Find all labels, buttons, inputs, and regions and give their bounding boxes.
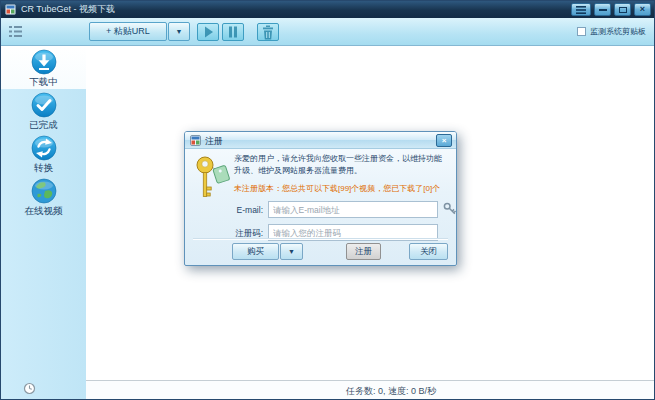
paste-url-button[interactable]: + 粘贴URL bbox=[89, 22, 167, 41]
app-window: CR TubeGet - 视频下载 × + 粘贴URL bbox=[0, 0, 655, 400]
register-button-label: 注册 bbox=[355, 246, 372, 258]
dialog-app-icon bbox=[190, 135, 201, 146]
pause-icon bbox=[223, 25, 243, 39]
sidebar-item-online-video[interactable]: 在线视频 bbox=[1, 176, 86, 218]
menu-icon bbox=[576, 6, 586, 14]
convert-icon bbox=[31, 135, 57, 161]
delete-task-button[interactable] bbox=[257, 23, 279, 41]
register-dialog: 注册 × 亲爱的用户，请允许我向您收取一些注册资金，以维持功能升级、维护及网站服… bbox=[184, 131, 457, 266]
maximize-icon bbox=[619, 7, 627, 13]
window-menu-button[interactable] bbox=[571, 3, 591, 16]
sidebar-item-convert[interactable]: 转换 bbox=[1, 133, 86, 175]
clipboard-checkbox[interactable] bbox=[577, 27, 586, 36]
sidebar-item-label: 已完成 bbox=[1, 119, 86, 132]
sidebar-item-label: 下载中 bbox=[1, 76, 86, 89]
app-icon bbox=[5, 4, 16, 15]
window-controls: × bbox=[571, 3, 651, 16]
dialog-title: 注册 bbox=[205, 135, 223, 148]
email-label: E-mail: bbox=[187, 205, 263, 215]
close-button[interactable]: × bbox=[634, 3, 651, 16]
dialog-titlebar: 注册 × bbox=[185, 132, 456, 149]
close-icon: × bbox=[640, 5, 645, 14]
pause-download-button[interactable] bbox=[222, 23, 244, 41]
register-button[interactable]: 注册 bbox=[346, 243, 381, 260]
online-video-globe-icon bbox=[31, 178, 57, 204]
downloading-icon bbox=[31, 49, 57, 75]
toolbar: + 粘贴URL ▼ 监测系统剪贴板 bbox=[1, 18, 654, 46]
chevron-down-icon: ▼ bbox=[288, 248, 295, 255]
toolbar-grip-icon[interactable] bbox=[9, 25, 22, 38]
clipboard-checkbox-label: 监测系统剪贴板 bbox=[590, 26, 646, 37]
trash-icon bbox=[258, 25, 278, 40]
dialog-close-action-button[interactable]: 关闭 bbox=[409, 243, 448, 260]
status-text: 任务数: 0, 速度: 0 B/秒 bbox=[346, 385, 436, 398]
paste-url-dropdown-button[interactable]: ▼ bbox=[168, 22, 190, 41]
chevron-down-icon: ▼ bbox=[176, 28, 183, 35]
titlebar: CR TubeGet - 视频下载 × bbox=[1, 1, 654, 18]
maximize-button[interactable] bbox=[614, 3, 631, 16]
buy-button-label: 购买 bbox=[247, 246, 264, 258]
dialog-warning: 未注册版本：您总共可以下载[99]个视频，您已下载了[0]个 bbox=[234, 183, 452, 194]
scheduler-clock-icon[interactable] bbox=[23, 382, 36, 395]
sidebar-item-label: 转换 bbox=[1, 162, 86, 175]
small-key-icon[interactable] bbox=[443, 202, 457, 217]
email-field[interactable] bbox=[268, 201, 438, 218]
play-icon bbox=[198, 25, 218, 39]
minimize-button[interactable] bbox=[594, 3, 611, 16]
close-button-label: 关闭 bbox=[420, 246, 437, 258]
close-icon: × bbox=[442, 137, 447, 145]
window-title: CR TubeGet - 视频下载 bbox=[21, 3, 115, 16]
sidebar-item-completed[interactable]: 已完成 bbox=[1, 90, 86, 132]
key-icon bbox=[194, 154, 234, 206]
minimize-icon bbox=[599, 9, 607, 11]
statusbar: 任务数: 0, 速度: 0 B/秒 bbox=[86, 380, 654, 399]
dialog-separator bbox=[193, 238, 448, 240]
buy-button[interactable]: 购买 bbox=[232, 243, 279, 260]
clipboard-monitor-option: 监测系统剪贴板 bbox=[577, 26, 646, 37]
sidebar-item-downloading[interactable]: 下载中 bbox=[1, 47, 86, 89]
buy-dropdown-button[interactable]: ▼ bbox=[280, 243, 303, 260]
sidebar: 下载中 已完成 转换 bbox=[1, 47, 86, 399]
paste-url-label: + 粘贴URL bbox=[106, 25, 150, 38]
dialog-message: 亲爱的用户，请允许我向您收取一些注册资金，以维持功能升级、维护及网站服务器流量费… bbox=[234, 153, 448, 177]
dialog-close-button[interactable]: × bbox=[436, 134, 452, 147]
start-download-button[interactable] bbox=[197, 23, 219, 41]
sidebar-item-label: 在线视频 bbox=[1, 205, 86, 218]
completed-icon bbox=[31, 92, 57, 118]
